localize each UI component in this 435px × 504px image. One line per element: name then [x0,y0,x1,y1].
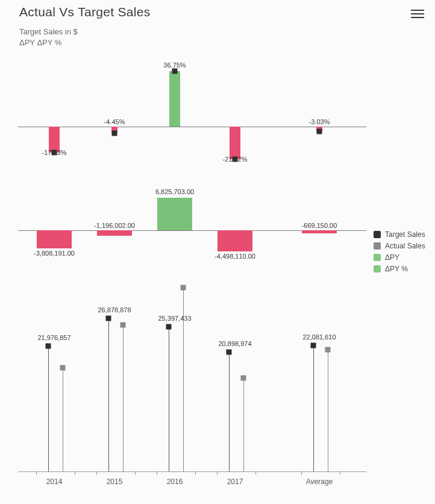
legend-label: Target Sales [385,230,425,239]
actual-marker [241,375,246,380]
actual-marker [181,285,186,291]
target-value-label: 20,898,974 [218,340,251,347]
legend-item-actual[interactable]: Actual Sales [374,242,425,250]
legend-swatch [374,242,381,250]
target-marker [166,324,172,329]
dpy-value-label: -3,808,191.00 [34,250,75,257]
dpy-value-label: 6,825,703.00 [155,188,194,195]
target-value-label: 26,878,878 [98,306,131,313]
delta-py-bar [97,230,132,236]
delta-py-bar [37,230,72,248]
target-stick [313,345,314,471]
legend-label: Actual Sales [385,242,425,250]
subtitle-line-1: Target Sales in $ [19,27,78,36]
actual-stick [123,325,124,471]
category-label: 2015 [107,477,123,486]
pct-value-label: -3.03% [309,118,330,125]
pct-value-label: -21.52% [223,156,248,163]
delta-py-bar [302,230,337,233]
pct-value-label: 36.75% [163,61,186,69]
delta-py-percent-chart: -17.33%-4.45%36.75%-21.52%-3.03% [18,60,366,169]
target-value-label: 21,976,857 [37,334,70,341]
legend-item-dpy[interactable]: ΔPY [374,253,425,262]
delta-py-bar [218,230,252,251]
actual-marker [325,347,331,352]
target-stick [48,346,49,471]
pct-marker [172,69,178,74]
target-value-label: 22,081,610 [302,333,336,341]
target-value-label: 25,397,433 [158,315,191,322]
delta-py-pct-bar [169,71,180,127]
target-marker [227,350,232,355]
delta-py-bar [157,198,192,230]
target-marker [46,344,51,349]
pct-marker [112,131,117,136]
pct-marker [317,128,322,134]
category-label: Average [306,477,333,486]
legend-swatch [374,231,381,238]
menu-icon[interactable] [411,7,424,18]
pct-value-label: -17.33% [42,149,67,156]
category-label: 2017 [227,477,243,486]
actual-stick [328,350,328,471]
legend-swatch [374,265,381,272]
legend-item-dpy-pct[interactable]: ΔPY % [374,265,425,273]
chart-title: Actual Vs Target Sales [19,5,151,19]
legend-label: ΔPY [385,253,399,262]
category-label: 2016 [167,477,183,486]
legend: Target Sales Actual Sales ΔPY ΔPY % [374,230,425,276]
target-stick [108,318,109,471]
target-stick [169,327,169,471]
actual-stick [63,368,63,471]
legend-swatch [374,254,381,261]
actual-marker [60,365,66,371]
actual-stick [243,378,244,471]
dpy-value-label: -4,498,110.00 [214,253,255,260]
delta-py-pct-bar [230,127,240,159]
target-actual-chart: 21,976,857201426,878,878201525,397,43320… [18,277,366,488]
chart-subtitle: Target Sales in $ ΔPY ΔPY % [19,27,78,48]
target-marker [311,343,316,348]
delta-py-chart: -3,808,191.00-1,196,002.006,825,703.00-4… [18,187,366,259]
legend-item-target[interactable]: Target Sales [374,230,425,239]
dpy-value-label: -1,196,002.00 [94,222,135,229]
subtitle-line-2: ΔPY ΔPY % [19,38,61,47]
actual-marker [120,323,126,328]
pct-value-label: -4.45% [104,118,125,125]
target-stick [229,352,230,471]
category-label: 2014 [46,477,63,486]
target-marker [106,315,111,321]
legend-label: ΔPY % [385,265,408,273]
dpy-value-label: -669,150.00 [302,222,337,229]
